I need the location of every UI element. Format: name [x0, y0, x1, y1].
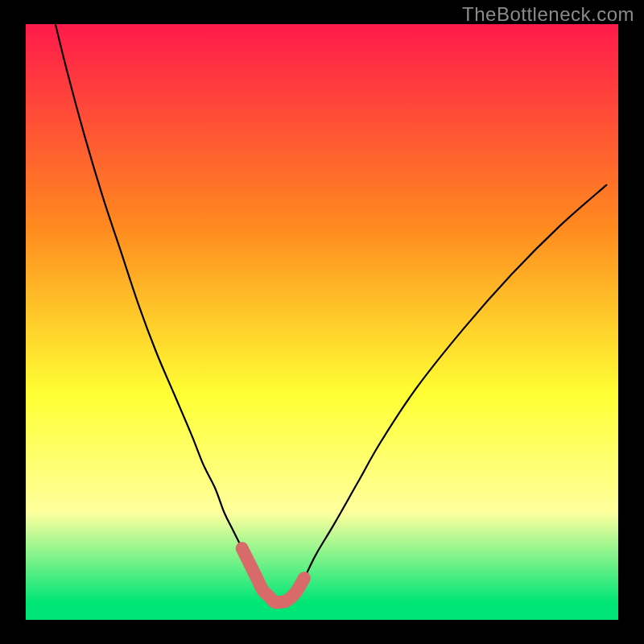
bottleneck-chart — [0, 0, 644, 644]
chart-frame: { "watermark": "TheBottleneck.com", "col… — [0, 0, 644, 644]
plot-background — [26, 24, 618, 620]
